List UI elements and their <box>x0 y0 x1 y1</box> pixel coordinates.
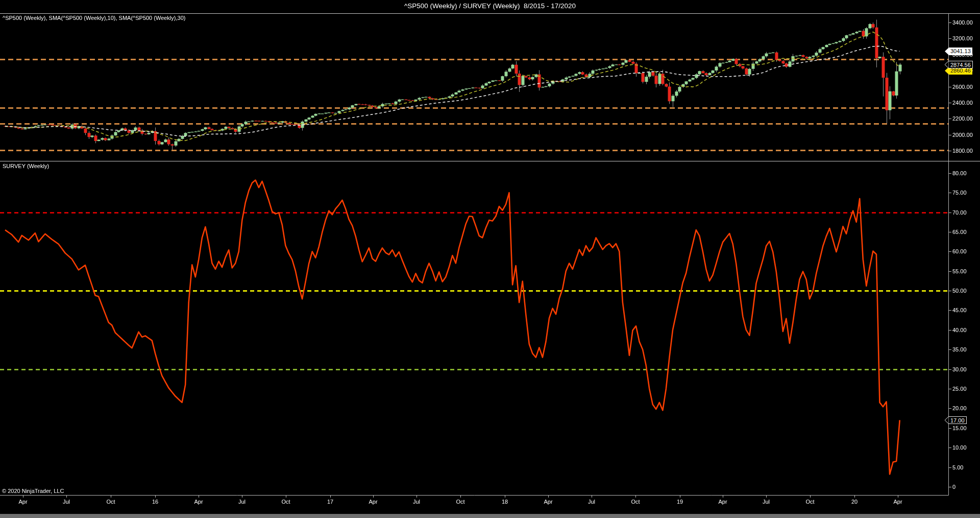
time-scale-axis[interactable] <box>0 495 948 510</box>
chart-title: ^SP500 (Weekly) / SURVEY (Weekly) 8/2015… <box>0 2 980 10</box>
copyright-notice: © 2020 NinjaTrader, LLC <box>2 488 64 494</box>
chart-window: ^SP500 (Weekly) / SURVEY (Weekly) 8/2015… <box>0 0 980 518</box>
chart-canvas[interactable] <box>0 0 980 518</box>
price-scale-axis[interactable] <box>948 14 980 495</box>
survey-panel-label: SURVEY (Weekly) <box>3 163 49 169</box>
price-panel-indicator-label: ^SP500 (Weekly), SMA(^SP500 (Weekly),10)… <box>3 15 185 21</box>
